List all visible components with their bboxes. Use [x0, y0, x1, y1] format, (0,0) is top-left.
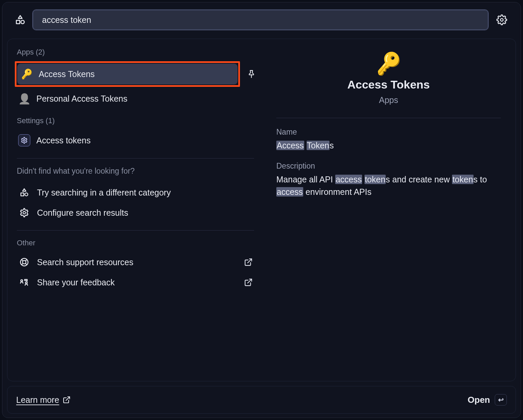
highlight: Token	[307, 141, 330, 150]
svg-line-12	[22, 264, 23, 265]
results-column: Apps (2) 🔑 Access Tokens	[7, 39, 262, 381]
apps-group-label: Apps (2)	[17, 48, 256, 57]
svg-point-15	[21, 280, 23, 282]
settings-badge-icon	[18, 134, 30, 146]
shapes-icon	[14, 14, 26, 26]
svg-line-17	[248, 279, 252, 283]
field-description-label: Description	[276, 162, 501, 171]
detail-column: 🔑 Access Tokens Apps Name Access Tokens …	[262, 39, 516, 381]
pin-icon	[247, 69, 256, 79]
key-icon: 🔑	[21, 69, 33, 79]
svg-line-11	[26, 259, 27, 261]
result-access-tokens[interactable]: 🔑 Access Tokens	[17, 64, 238, 84]
svg-point-2	[500, 19, 503, 21]
pin-button[interactable]	[247, 69, 256, 79]
external-link-icon	[244, 278, 253, 287]
result-label: Access tokens	[36, 136, 251, 145]
action-label: Search support resources	[37, 257, 237, 267]
highlight: access	[276, 187, 303, 197]
footer-bar: Learn more Open ↩	[7, 386, 516, 414]
gear-icon	[496, 14, 507, 25]
divider	[276, 118, 501, 118]
svg-line-10	[22, 259, 23, 261]
search-wrapper	[33, 10, 488, 30]
learn-more-link[interactable]: Learn more	[16, 395, 71, 405]
highlight: token	[364, 175, 386, 184]
divider	[17, 230, 254, 231]
detail-hero: 🔑 Access Tokens Apps	[276, 53, 501, 105]
svg-point-9	[23, 260, 26, 264]
action-label: Try searching in a different category	[37, 188, 253, 198]
shapes-icon	[18, 187, 30, 198]
svg-rect-5	[21, 193, 24, 196]
field-description-value: Manage all API access tokens and create …	[276, 173, 501, 199]
field-name-value: Access Tokens	[276, 139, 501, 152]
highlight: token	[452, 175, 473, 184]
svg-line-18	[66, 397, 70, 400]
feedback-icon	[18, 277, 30, 287]
action-label: Configure search results	[37, 208, 253, 218]
detail-title: Access Tokens	[347, 78, 430, 91]
result-settings-access-tokens[interactable]: Access tokens	[15, 130, 256, 151]
learn-more-label: Learn more	[16, 395, 59, 405]
detail-subtitle: Apps	[379, 95, 398, 105]
key-icon: 🔑	[375, 52, 402, 75]
settings-button[interactable]	[495, 13, 509, 27]
action-share-feedback[interactable]: Share your feedback	[15, 272, 256, 292]
body-area: Apps (2) 🔑 Access Tokens	[7, 39, 516, 381]
action-configure-search[interactable]: Configure search results	[15, 203, 256, 223]
gear-icon	[18, 208, 30, 218]
enter-key-icon: ↩	[495, 394, 507, 406]
selection-highlight: 🔑 Access Tokens	[15, 61, 240, 87]
divider	[17, 158, 254, 159]
lifebuoy-icon	[18, 257, 30, 267]
settings-group-label: Settings (1)	[17, 116, 256, 125]
person-icon: 👤	[18, 93, 30, 105]
action-try-category[interactable]: Try searching in a different category	[15, 182, 256, 203]
other-group-label: Other	[17, 239, 256, 247]
svg-point-7	[23, 211, 26, 214]
svg-line-14	[248, 259, 252, 263]
header-bar	[2, 2, 521, 37]
svg-point-16	[26, 282, 28, 284]
action-label: Share your feedback	[37, 278, 237, 287]
field-name-label: Name	[276, 128, 501, 137]
open-button[interactable]: Open ↩	[468, 394, 507, 406]
selected-result-wrap: 🔑 Access Tokens	[15, 61, 240, 87]
svg-line-13	[26, 264, 27, 265]
highlight: Access	[276, 141, 304, 150]
external-link-icon	[244, 258, 253, 267]
svg-point-1	[21, 20, 24, 24]
not-found-hint: Didn't find what you're looking for?	[17, 167, 256, 176]
svg-rect-0	[16, 20, 20, 24]
search-input[interactable]	[33, 10, 488, 30]
action-search-support[interactable]: Search support resources	[15, 252, 256, 272]
result-label: Personal Access Tokens	[36, 94, 251, 104]
external-link-icon	[63, 396, 71, 404]
command-palette-panel: Apps (2) 🔑 Access Tokens	[2, 2, 521, 418]
result-personal-access-tokens[interactable]: 👤 Personal Access Tokens	[15, 88, 256, 109]
svg-point-6	[25, 193, 28, 196]
highlight: access	[335, 175, 362, 184]
open-label: Open	[468, 395, 490, 405]
result-label: Access Tokens	[39, 69, 232, 79]
svg-point-4	[23, 139, 25, 141]
